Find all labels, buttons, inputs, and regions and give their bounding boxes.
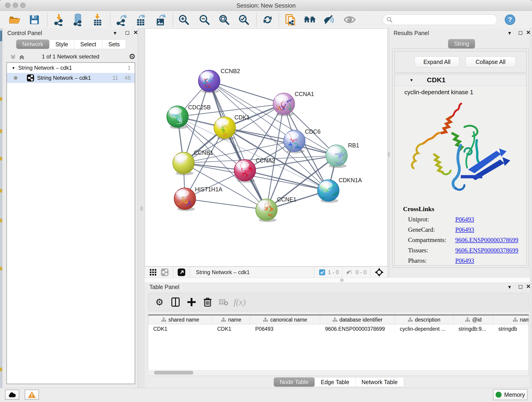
column-header[interactable]: canonical name	[250, 315, 320, 324]
memory-button[interactable]: Memory	[493, 389, 527, 400]
control-panel: Control Panel ▾ ◻ ✕ NetworkStyleSelectSe…	[3, 28, 138, 388]
collapse-all-button[interactable]: Collapse All	[465, 56, 516, 67]
network-node-count: 11	[112, 75, 118, 81]
crosslink-value-link[interactable]: P06493	[455, 216, 474, 223]
crosslink-value-link[interactable]: 9606.ENSP00000378699	[455, 247, 518, 254]
table-cell[interactable]: CDK1	[212, 326, 250, 332]
network-edge[interactable]	[185, 199, 266, 210]
horizontal-splitter[interactable]	[145, 278, 530, 282]
network-node[interactable]: CCNA1	[273, 91, 314, 116]
tab-sets[interactable]: Sets	[102, 40, 126, 49]
houses-icon	[303, 13, 316, 26]
hidden-eye-icon[interactable]	[346, 268, 353, 276]
tab-edge-table[interactable]: Edge Table	[315, 377, 355, 387]
network-collection-row[interactable]: ▾ String Network – cdk1 1	[7, 63, 135, 73]
tab-style[interactable]: Style	[49, 40, 74, 49]
results-panel-menu-icon[interactable]: ▾	[508, 30, 511, 36]
tab-network[interactable]: Network	[16, 40, 49, 49]
crosslink-value-link[interactable]: P06493	[455, 226, 474, 233]
hide-selection-button[interactable]	[323, 13, 336, 26]
gene-section-header[interactable]: ▾ CDK1	[395, 74, 526, 86]
column-header-label: canonical name	[270, 317, 307, 323]
tab-network-table[interactable]: Network Table	[355, 377, 404, 387]
network-view-icon[interactable]	[161, 268, 169, 276]
table-cell[interactable]: P06493	[250, 326, 320, 332]
grid-view-icon[interactable]	[149, 268, 157, 276]
control-panel-menu-icon[interactable]: ▾	[114, 30, 116, 36]
open-session-button[interactable]	[8, 13, 21, 26]
import-network-database-button[interactable]	[71, 13, 84, 26]
table-panel-close-icon[interactable]: ✕	[526, 284, 531, 289]
network-edge[interactable]	[245, 170, 328, 191]
network-node[interactable]: RB1	[326, 142, 359, 168]
crosslink-value-link[interactable]: 9606.ENSP00000378699	[455, 236, 518, 244]
collection-label: String Network – cdk1	[18, 65, 72, 71]
control-panel-close-icon[interactable]: ✕	[133, 30, 138, 35]
cloud-button[interactable]	[5, 390, 19, 400]
table-cell[interactable]: 9606.ENSP00000378699	[320, 326, 395, 332]
delete-columns-trash-icon[interactable]	[200, 295, 215, 309]
refresh-button[interactable]	[261, 13, 274, 26]
network-canvas[interactable]: CCNB2CCNA1CDC25BCDK1CDC6RB1CCNB1CCNA2CDK…	[145, 28, 388, 267]
network-node[interactable]: CDC6	[284, 128, 321, 153]
network-edge[interactable]	[209, 81, 284, 104]
warnings-button[interactable]	[25, 390, 39, 400]
column-header[interactable]: description	[395, 315, 453, 324]
results-panel-float-icon[interactable]: ◻	[518, 30, 523, 35]
first-neighbors-button[interactable]	[303, 13, 316, 26]
column-header[interactable]: shared name	[148, 315, 212, 324]
table-cell[interactable]: CDK1	[148, 326, 212, 332]
selected-checkbox-icon[interactable]	[319, 269, 326, 276]
tab-string[interactable]: String	[448, 39, 475, 48]
import-table-button[interactable]	[91, 13, 104, 26]
column-header[interactable]: @id	[453, 315, 493, 324]
search-field[interactable]	[383, 14, 497, 25]
results-panel-close-icon[interactable]: ✕	[526, 30, 531, 35]
table-hscrollbar[interactable]	[148, 370, 528, 375]
detach-view-icon[interactable]	[177, 268, 186, 276]
network-node[interactable]: CCNB2	[198, 68, 240, 93]
network-options-gear-icon[interactable]: ⚙	[129, 52, 136, 61]
zoom-fit-button[interactable]	[218, 13, 230, 26]
column-header[interactable]: name	[212, 315, 250, 324]
column-header[interactable]: namespace	[493, 315, 529, 324]
horizontal-splitter-handle[interactable]	[340, 279, 344, 282]
search-input[interactable]	[393, 16, 490, 23]
left-splitter-handle[interactable]	[140, 206, 143, 211]
tab-node-table[interactable]: Node Table	[274, 377, 315, 387]
table-cell[interactable]: stringdb	[493, 326, 529, 332]
network-node[interactable]: CCNE1	[256, 196, 297, 222]
table-panel-menu-icon[interactable]: ▾	[508, 284, 511, 290]
section-expander-icon[interactable]: ▾	[410, 77, 413, 83]
table-mode-gear-icon[interactable]: ⚙	[152, 295, 167, 309]
network-row[interactable]: String Network – cdk1 11 48	[7, 73, 135, 83]
zoom-out-button[interactable]	[198, 13, 211, 26]
table-cell[interactable]: cyclin-dependent ...	[395, 326, 453, 332]
import-network-file-button[interactable]	[53, 13, 65, 26]
export-network-button[interactable]	[115, 13, 128, 26]
export-image-button[interactable]	[154, 13, 167, 26]
help-button[interactable]: ?	[504, 13, 516, 26]
table-cell[interactable]: stringdb:9...	[453, 326, 493, 332]
crosslink-value-link[interactable]: P06493	[455, 257, 474, 264]
table-row[interactable]: CDK1CDK1P064939606.ENSP00000378699cyclin…	[148, 324, 529, 333]
birdseye-navigator-icon[interactable]	[375, 268, 384, 277]
tab-select[interactable]: Select	[74, 40, 102, 49]
network-node[interactable]: CDKN1A	[317, 177, 362, 203]
show-all-button[interactable]	[343, 13, 356, 26]
expand-all-button[interactable]: Expand All	[414, 56, 459, 67]
table-hscrollbar-thumb[interactable]	[154, 371, 193, 375]
show-columns-icon[interactable]	[167, 295, 184, 309]
crosslink-label: Compartments:	[408, 236, 455, 244]
table-panel-float-icon[interactable]: ◻	[518, 284, 523, 289]
export-table-button[interactable]	[134, 13, 147, 26]
zoom-selected-button[interactable]	[237, 13, 250, 26]
tree-expander-icon[interactable]: ▾	[12, 65, 15, 70]
control-panel-float-icon[interactable]: ◻	[125, 30, 130, 35]
column-header[interactable]: database identifier	[320, 315, 395, 324]
network-node[interactable]: CCNB1	[173, 149, 213, 175]
new-network-from-selection-button[interactable]	[284, 13, 297, 26]
save-session-button[interactable]	[28, 13, 41, 26]
zoom-in-button[interactable]	[177, 13, 190, 26]
create-column-icon[interactable]	[184, 295, 200, 309]
